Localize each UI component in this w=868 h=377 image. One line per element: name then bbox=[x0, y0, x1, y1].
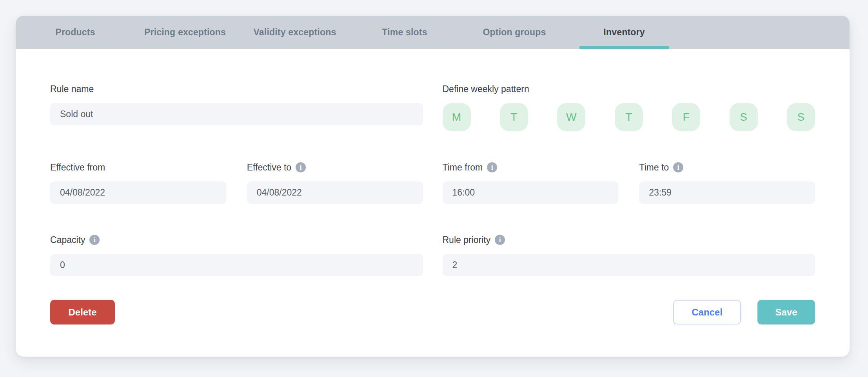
time-range-group: Time from i Time to i bbox=[443, 162, 815, 204]
capacity-label-text: Capacity bbox=[50, 235, 85, 245]
weekly-pattern-label: Define weekly pattern bbox=[443, 83, 815, 94]
capacity-field-group: Capacity i bbox=[50, 234, 423, 276]
time-to-input[interactable] bbox=[639, 181, 815, 204]
rule-priority-input[interactable] bbox=[443, 254, 815, 276]
time-from-field-group: Time from i bbox=[443, 162, 619, 204]
time-to-info-icon[interactable]: i bbox=[673, 162, 683, 172]
capacity-input[interactable] bbox=[50, 254, 423, 276]
capacity-label: Capacity i bbox=[50, 234, 423, 245]
time-from-label: Time from i bbox=[443, 162, 619, 173]
day-button-sunday[interactable]: S bbox=[787, 103, 815, 131]
footer-right-actions: Cancel Save bbox=[673, 300, 815, 324]
day-button-wednesday[interactable]: W bbox=[557, 103, 585, 131]
day-button-tuesday[interactable]: T bbox=[500, 103, 528, 131]
tab-bar: Products Pricing exceptions Validity exc… bbox=[16, 16, 850, 49]
effective-from-input[interactable] bbox=[50, 181, 226, 204]
weekly-pattern-label-text: Define weekly pattern bbox=[443, 84, 529, 94]
rule-priority-label-text: Rule priority bbox=[443, 235, 491, 245]
rule-name-label-text: Rule name bbox=[50, 84, 94, 94]
tab-option-groups[interactable]: Option groups bbox=[459, 16, 569, 49]
rule-name-label: Rule name bbox=[50, 83, 423, 94]
delete-button[interactable]: Delete bbox=[50, 300, 115, 324]
time-to-label: Time to i bbox=[639, 162, 815, 173]
effective-to-label: Effective to i bbox=[247, 162, 423, 173]
time-to-label-text: Time to bbox=[639, 162, 669, 173]
effective-from-label-text: Effective from bbox=[50, 162, 105, 173]
effective-from-field-group: Effective from bbox=[50, 162, 226, 204]
form-row-1: Rule name Define weekly pattern M T W T … bbox=[50, 83, 815, 131]
tab-pricing-exceptions[interactable]: Pricing exceptions bbox=[130, 16, 240, 49]
day-button-saturday[interactable]: S bbox=[730, 103, 758, 131]
effective-to-info-icon[interactable]: i bbox=[296, 162, 306, 172]
rule-priority-field-group: Rule priority i bbox=[443, 234, 815, 276]
time-from-label-text: Time from bbox=[443, 162, 483, 173]
effective-to-label-text: Effective to bbox=[247, 162, 291, 173]
tab-time-slots[interactable]: Time slots bbox=[350, 16, 459, 49]
tab-validity-exceptions[interactable]: Validity exceptions bbox=[240, 16, 350, 49]
weekly-pattern-group: Define weekly pattern M T W T F S S bbox=[443, 83, 815, 131]
effective-from-label: Effective from bbox=[50, 162, 226, 173]
day-button-thursday[interactable]: T bbox=[615, 103, 643, 131]
effective-dates-group: Effective from Effective to i bbox=[50, 162, 423, 204]
rule-name-field-group: Rule name bbox=[50, 83, 423, 131]
save-button[interactable]: Save bbox=[757, 300, 815, 324]
day-button-friday[interactable]: F bbox=[672, 103, 700, 131]
cancel-button[interactable]: Cancel bbox=[673, 300, 741, 324]
inventory-rule-form: Rule name Define weekly pattern M T W T … bbox=[16, 49, 850, 324]
capacity-info-icon[interactable]: i bbox=[89, 235, 100, 245]
tab-inventory[interactable]: Inventory bbox=[569, 16, 679, 49]
effective-to-input[interactable] bbox=[247, 181, 423, 204]
form-row-2: Effective from Effective to i Time from bbox=[50, 162, 815, 204]
rule-name-input[interactable] bbox=[50, 103, 423, 125]
tab-products[interactable]: Products bbox=[20, 16, 130, 49]
rule-priority-label: Rule priority i bbox=[443, 234, 815, 245]
rule-priority-info-icon[interactable]: i bbox=[495, 235, 505, 245]
time-from-input[interactable] bbox=[443, 181, 619, 204]
form-footer: Delete Cancel Save bbox=[50, 300, 815, 324]
day-button-monday[interactable]: M bbox=[443, 103, 471, 131]
form-row-3: Capacity i Rule priority i bbox=[50, 234, 815, 276]
time-to-field-group: Time to i bbox=[639, 162, 815, 204]
inventory-rule-panel: Products Pricing exceptions Validity exc… bbox=[16, 16, 850, 357]
time-from-info-icon[interactable]: i bbox=[487, 162, 497, 172]
effective-to-field-group: Effective to i bbox=[247, 162, 423, 204]
weekly-pattern-days: M T W T F S S bbox=[443, 103, 815, 131]
